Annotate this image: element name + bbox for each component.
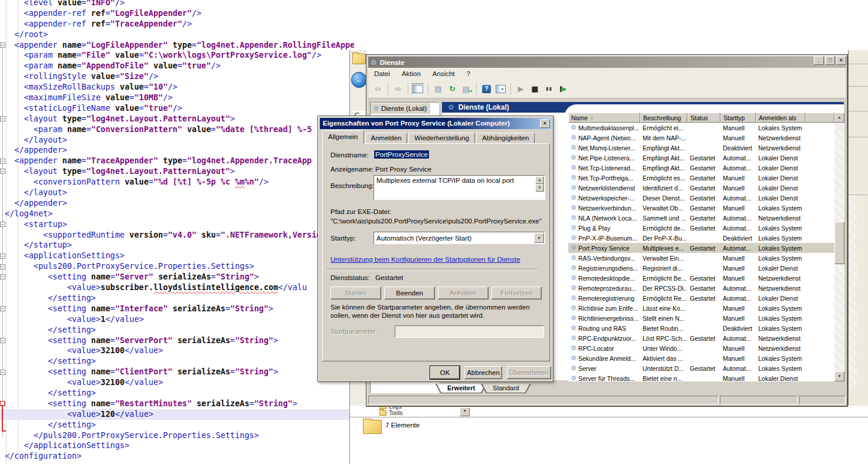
pause-service-icon[interactable]: ▮▮	[543, 83, 555, 95]
service-row[interactable]: ⚙Routing und RASBietet Routin...Deaktivi…	[568, 323, 834, 333]
service-row[interactable]: ⚙NAP-Agent (Netwo...Mit dem NAP-...Manue…	[568, 133, 834, 143]
tree-item-dienste-lokal[interactable]: ⚙ Dienste (Lokal)	[371, 103, 430, 114]
service-row[interactable]: ⚙Multimediaklassenpl...Ermöglicht ei...M…	[568, 123, 834, 133]
fold-collapse-icon[interactable]: −	[0, 159, 5, 164]
starttyp-combobox[interactable]: Automatisch (Verzögerter Start) ▼	[374, 232, 545, 244]
service-row[interactable]: ⚙Plug & PlayErmöglicht de...GestartetAut…	[568, 223, 834, 233]
start-service-icon[interactable]: ▶	[515, 83, 527, 95]
column-header-status[interactable]: Status	[687, 113, 720, 123]
abbrechen-button[interactable]: Abbrechen	[464, 366, 502, 379]
services-list-body[interactable]: ⚙Multimediaklassenpl...Ermöglicht ei...M…	[568, 123, 834, 381]
service-row[interactable]: ⚙Net.Msmq-Listener...Empfängt Akt...Deak…	[568, 143, 834, 153]
tab-wiederherstellung[interactable]: Wiederherstellung	[408, 133, 475, 144]
menu-aktion[interactable]: Aktion	[396, 70, 427, 77]
fold-collapse-icon[interactable]: −	[0, 116, 5, 121]
menu-datei[interactable]: Datei	[368, 70, 396, 77]
service-row[interactable]: ⚙Netzwerkverbindun...Verwaltet Ob...Gest…	[568, 203, 834, 213]
window-titlebar[interactable]: ⚙ Dienste	[368, 57, 846, 68]
column-header-name[interactable]: Name ▲	[568, 113, 640, 123]
service-row[interactable]: ⚙Net.Tcp-Portfreiga...Ermöglicht es...Ge…	[568, 173, 834, 183]
scroll-down-button[interactable]: ▼	[834, 371, 844, 381]
service-row[interactable]: ⚙RAS-Verbindungsv...Verwaltet Ein...Manu…	[568, 253, 834, 263]
starten-button[interactable]: Starten	[330, 287, 381, 300]
show-console-tree-icon[interactable]	[412, 83, 424, 95]
anhalten-button[interactable]: Anhalten	[438, 287, 489, 300]
beenden-button[interactable]: Beenden	[384, 287, 435, 300]
tab-standard[interactable]: Standard	[481, 384, 531, 393]
service-row[interactable]: ⚙Richtlinie zum Entfe...Lässt eine Ko...…	[568, 303, 834, 313]
service-row[interactable]: ⚙RPC-Endpunktzuor...Löst RPC-Sch...Gesta…	[568, 333, 834, 343]
service-row[interactable]: ⚙RPC-LocatorUnter Windo...ManuellNetzwer…	[568, 343, 834, 353]
service-row[interactable]: ⚙PnP-X-IP-Busenum...Der PnP-X-Bu...Deakt…	[568, 233, 834, 243]
fold-collapse-icon[interactable]: −	[0, 169, 5, 174]
service-row[interactable]: ⚙Remoteprozedurau...Der RPCSS-Di...Gesta…	[568, 283, 834, 293]
beschreibung-field[interactable]: Multiplexes external TCP/IP data on loca…	[374, 175, 545, 200]
stop-service-icon[interactable]: ■	[529, 83, 541, 95]
dialog-titlebar[interactable]: Eigenschaften von Port Proxy Service (Lo…	[320, 118, 551, 129]
tab-allgemein[interactable]: Allgemein	[322, 130, 364, 144]
help-icon[interactable]: ?	[480, 83, 493, 95]
extended-view-icon[interactable]: ▸	[494, 83, 507, 95]
scrollbar-thumb[interactable]	[834, 222, 844, 264]
service-row[interactable]: ⚙Port Proxy ServiceMultiplexes e...Gesta…	[568, 243, 834, 253]
service-row[interactable]: ⚙Netzwerkspeicher-...Dieser Dienst...Ges…	[568, 193, 834, 203]
service-row[interactable]: ⚙Registrierungsdiens...Registriert di...…	[568, 263, 834, 273]
fortsetzen-button[interactable]: Fortsetzen	[492, 287, 542, 300]
services-list[interactable]: Name ▲ Beschreibung Status Starttyp Anme…	[568, 113, 844, 381]
back-icon[interactable]: ⇦	[372, 83, 384, 95]
scroll-up-button[interactable]: ▲	[834, 113, 844, 123]
scroll-down-button[interactable]: ▼	[535, 184, 544, 192]
minimize-button[interactable]: _	[814, 56, 824, 65]
fold-collapse-icon[interactable]: −	[0, 274, 5, 279]
uebernehmen-button[interactable]: Übernehmen	[507, 366, 551, 379]
ok-button[interactable]: OK	[430, 366, 460, 379]
service-row[interactable]: ⚙Sekundäre Anmeld...Aktiviert das ...Man…	[568, 353, 834, 363]
service-row[interactable]: ⚙Server für Threads...Bietet eine n...Ma…	[568, 373, 834, 381]
maximize-button[interactable]: □	[825, 56, 835, 65]
refresh-icon[interactable]: ↻	[446, 83, 458, 95]
column-header-anmelden-als[interactable]: Anmelden als	[756, 113, 805, 123]
tab-abhaengigkeiten[interactable]: Abhängigkeiten	[476, 133, 535, 144]
tab-erweitert[interactable]: Erweitert	[435, 384, 487, 393]
service-row[interactable]: ⚙Richtlinienergebniss...Stellt einen N..…	[568, 313, 834, 323]
export-list-icon[interactable]: ▤→	[460, 83, 473, 95]
service-row[interactable]: ⚙Net.Pipe-Listenera...Empfängt Akt...Ges…	[568, 153, 834, 163]
restart-service-icon[interactable]: ▶	[557, 83, 569, 95]
menu-ansicht[interactable]: Ansicht	[427, 70, 461, 77]
menu-hilfe[interactable]: ?	[461, 70, 476, 77]
service-row[interactable]: ⚙NetzwerklistendienstIdentifiziert d...G…	[568, 183, 834, 193]
service-row[interactable]: ⚙Remotedesktopdie...Ermöglicht Be...Gest…	[568, 273, 834, 283]
tab-anmelden[interactable]: Anmelden	[365, 133, 408, 144]
column-header-beschreibung[interactable]: Beschreibung	[640, 113, 687, 123]
dienstname-value[interactable]: PortProxyService	[374, 150, 429, 159]
service-cell-name: ⚙Registrierungsdiens...	[568, 264, 640, 272]
combo-dropdown-button[interactable]: ▼	[460, 407, 470, 416]
service-row[interactable]: ⚙NLA (Network Loca...Sammelt und ...Gest…	[568, 213, 834, 223]
chevron-down-icon[interactable]: ▼	[534, 233, 544, 243]
list-scrollbar[interactable]: ▲ ▼	[834, 113, 844, 381]
close-button[interactable]: ×	[540, 119, 550, 128]
tree-row[interactable]: Tools	[379, 409, 456, 416]
fold-collapse-icon[interactable]: −	[0, 370, 5, 375]
fold-collapse-icon[interactable]: −	[0, 338, 5, 343]
code-editor[interactable]: <level value="INFO"/> <appender-ref ref=…	[0, 0, 354, 464]
scroll-up-button[interactable]: ▲	[535, 176, 544, 184]
back-button[interactable]: ←	[351, 72, 367, 88]
folder-tree-fragment[interactable]: Logs Tools	[379, 406, 456, 417]
code-line: <value>120</value>	[5, 409, 354, 420]
column-header-starttyp[interactable]: Starttyp	[720, 113, 756, 123]
fold-collapse-icon[interactable]: −	[0, 264, 5, 269]
startparameter-input[interactable]	[395, 325, 544, 338]
properties-icon[interactable]: ▤	[432, 83, 444, 95]
startoptionen-hilfe-link[interactable]: Unterstützung beim Konfigurieren der Sta…	[330, 256, 520, 263]
service-row[interactable]: ⚙RemoteregistrierungErmöglicht Re...Gest…	[568, 293, 834, 303]
service-row[interactable]: ⚙Net.Tcp-Listenerad...Empfängt Akt...Ges…	[568, 163, 834, 173]
fold-collapse-icon[interactable]: −	[0, 222, 5, 227]
fold-collapse-icon[interactable]: −	[0, 42, 5, 48]
close-button[interactable]: ×	[836, 56, 846, 65]
service-row[interactable]: ⚙ServerUnterstützt D...GestartetAutomat.…	[568, 363, 834, 373]
fold-collapse-icon[interactable]: −	[0, 254, 5, 259]
fold-collapse-icon[interactable]: −	[0, 306, 5, 311]
scrollbar-track[interactable]	[849, 195, 857, 388]
forward-icon[interactable]: ⇨	[392, 83, 404, 95]
